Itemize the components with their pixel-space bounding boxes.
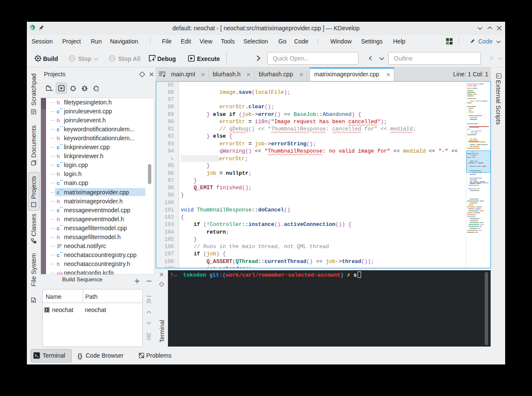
svg-text:a: a [96, 88, 98, 92]
